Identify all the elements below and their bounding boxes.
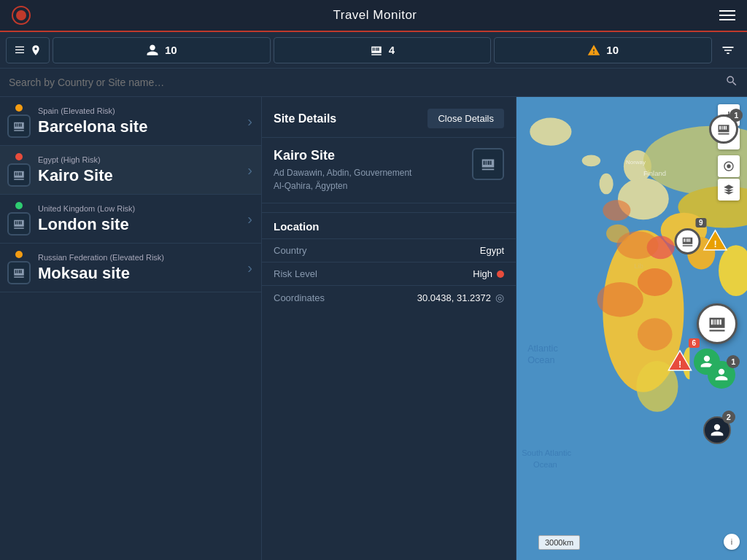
search-bar <box>0 69 747 97</box>
search-button[interactable] <box>725 74 738 90</box>
location-country-row: Country Egypt <box>262 238 516 262</box>
risk-value: High <box>473 268 504 279</box>
country-label: Country <box>274 245 307 256</box>
alerts-count: 10 <box>606 44 619 56</box>
svg-text:South Atlantic: South Atlantic <box>522 448 571 457</box>
filter-icon <box>721 43 735 58</box>
sites-count: 4 <box>389 44 395 56</box>
building-icon-moksau <box>7 261 31 284</box>
site-details-panel: Site Details Close Details Kairo Site Ad… <box>261 97 516 560</box>
risk-label: Risk Level <box>274 268 317 279</box>
svg-text:Lib: Lib <box>634 262 643 270</box>
svg-point-6 <box>600 174 614 195</box>
people-stat[interactable]: 10 <box>53 37 271 63</box>
svg-text:Ocean: Ocean <box>527 355 554 365</box>
site-country-london: United Kingdom (Low Risk) <box>38 204 240 213</box>
svg-rect-2 <box>15 52 24 52</box>
chevron-moksau: › <box>247 260 252 276</box>
risk-dot-elevated <box>15 104 23 112</box>
map-scale: 3000km <box>538 535 580 550</box>
svg-text:Finland: Finland <box>643 169 666 177</box>
svg-point-14 <box>638 268 673 296</box>
country-value: Egypt <box>480 245 504 256</box>
building-icon-london <box>7 212 31 236</box>
menu-button[interactable] <box>719 10 735 20</box>
svg-rect-0 <box>15 46 24 47</box>
svg-point-29 <box>603 200 630 221</box>
site-status-barcelona <box>7 104 31 138</box>
site-status-kairo <box>7 153 31 187</box>
chevron-kairo: › <box>247 162 252 179</box>
risk-dot-low <box>15 202 23 209</box>
site-country-kairo: Egypt (High Risk) <box>38 155 240 164</box>
svg-text:Norway: Norway <box>626 159 646 166</box>
coords-label: Coordinates <box>274 292 325 303</box>
close-details-button[interactable]: Close Details <box>427 109 504 128</box>
site-info-address1: Ad Dawawin, Abdin, Gouvernement <box>274 166 411 179</box>
site-name-moksau: Moksau site <box>38 264 240 283</box>
svg-point-15 <box>597 282 643 317</box>
search-icon <box>725 74 738 88</box>
svg-point-4 <box>530 118 571 146</box>
marker-person-2[interactable]: 2 <box>703 416 731 444</box>
location-card: Location Country Egypt Risk Level High C… <box>262 212 516 309</box>
app-title: Travel Monitor <box>333 8 417 23</box>
site-country-barcelona: Spain (Elevated Risk) <box>38 106 240 115</box>
marker-person-1[interactable]: 1 <box>708 361 735 389</box>
chevron-london: › <box>247 211 252 228</box>
map-area[interactable]: Atlantic Ocean South Atlantic Ocean Finl… <box>516 97 747 560</box>
site-name-kairo: Kairo Site <box>38 166 240 185</box>
site-list-panel: Spain (Elevated Risk) Barcelona site › E… <box>0 97 261 560</box>
marker-building-1[interactable]: 1 <box>709 114 738 144</box>
site-content-moksau: Russian Federation (Elevated Risk) Moksa… <box>38 253 240 283</box>
layers-button[interactable] <box>718 179 740 201</box>
site-details-header: Site Details Close Details <box>262 97 516 138</box>
site-item-barcelona[interactable]: Spain (Elevated Risk) Barcelona site › <box>0 97 261 146</box>
building-icon-kairo <box>7 163 31 187</box>
map-pin-icon <box>30 44 42 56</box>
people-count: 10 <box>165 44 177 56</box>
site-details-title: Site Details <box>274 112 336 125</box>
site-name-london: London site <box>38 215 240 234</box>
locate-button[interactable] <box>718 155 740 177</box>
svg-point-5 <box>582 155 600 166</box>
location-risk-row: Risk Level High <box>262 262 516 285</box>
site-item-kairo[interactable]: Egypt (High Risk) Kairo Site › <box>0 146 261 195</box>
risk-dot-high <box>15 153 23 160</box>
view-toggle[interactable] <box>6 37 50 63</box>
location-coords-row: Coordinates 30.0438, 31.2372 ◎ <box>262 285 516 309</box>
svg-text:!: ! <box>678 358 681 369</box>
search-input[interactable] <box>9 77 719 88</box>
site-info-card: Kairo Site Ad Dawawin, Abdin, Gouverneme… <box>262 138 516 203</box>
site-status-london <box>7 202 31 236</box>
people-icon <box>146 44 159 57</box>
coords-icon[interactable]: ◎ <box>495 292 504 303</box>
site-info-name: Kairo Site <box>274 148 411 163</box>
site-content-kairo: Egypt (High Risk) Kairo Site <box>38 155 240 185</box>
filter-button[interactable] <box>715 37 741 63</box>
site-country-moksau: Russian Federation (Elevated Risk) <box>38 253 240 262</box>
marker-cluster-9[interactable]: 9 ! <box>674 218 727 254</box>
svg-text:Ocean: Ocean <box>533 460 557 469</box>
app-header: Travel Monitor <box>0 0 747 32</box>
svg-text:Atlantic: Atlantic <box>527 343 558 354</box>
alert-icon-toolbar <box>587 44 600 57</box>
site-item-moksau[interactable]: Russian Federation (Elevated Risk) Moksa… <box>0 244 261 292</box>
site-info-address2: Al-Qahira, Ägypten <box>274 179 411 192</box>
map-info-button[interactable]: i <box>724 534 740 550</box>
site-content-barcelona: Spain (Elevated Risk) Barcelona site <box>38 106 240 136</box>
svg-text:!: ! <box>713 238 716 249</box>
toolbar: 10 4 10 <box>0 32 747 69</box>
location-section-title: Location <box>262 213 516 238</box>
site-status-moksau <box>7 251 31 284</box>
sos-button[interactable] <box>12 6 31 25</box>
sites-stat[interactable]: 4 <box>274 37 492 63</box>
svg-rect-1 <box>15 49 24 50</box>
coords-value: 30.0438, 31.2372 ◎ <box>417 292 504 303</box>
site-item-london[interactable]: United Kingdom (Low Risk) London site › <box>0 195 261 244</box>
building-icon-toolbar <box>370 44 383 57</box>
site-content-london: United Kingdom (Low Risk) London site <box>38 204 240 234</box>
site-info-building-icon <box>472 148 504 180</box>
risk-dot-elevated-moksau <box>15 251 23 258</box>
alerts-stat[interactable]: 10 <box>494 37 712 63</box>
